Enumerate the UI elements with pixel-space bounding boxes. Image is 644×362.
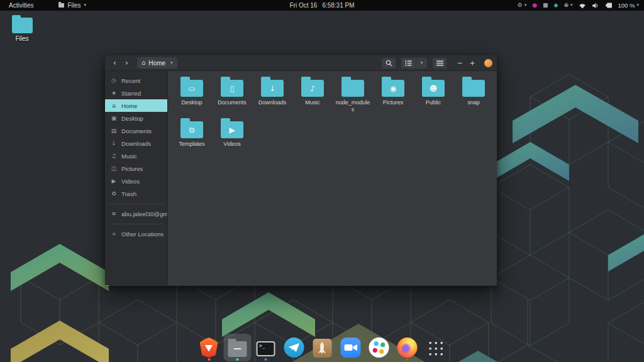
dock	[195, 334, 450, 361]
folder-icon: ◉	[382, 80, 404, 97]
forward-button[interactable]: ›	[121, 59, 132, 67]
dock-item-files[interactable]	[223, 334, 251, 361]
sidebar-item-recent[interactable]: ◷ Recent	[105, 74, 167, 87]
zoom-icon	[340, 337, 360, 358]
minimize-button[interactable]: −	[454, 60, 465, 67]
system-indicator-gear[interactable]: ⚙ ▾	[518, 3, 527, 8]
folder-pictures[interactable]: ◉ Pictures	[373, 76, 413, 118]
dock-item-app-grid[interactable]	[421, 334, 449, 361]
app-menu-button[interactable]: Files ▾	[58, 2, 86, 9]
places-sidebar: ◷ Recent ★ Starred ⌂ Home ▣ Desktop ▤ Do…	[105, 71, 168, 285]
folder-desktop[interactable]: ▭ Desktop	[172, 76, 212, 118]
chevron-down-icon: ▾	[525, 3, 527, 8]
desktop-icon-files[interactable]: Files	[8, 14, 36, 42]
sidebar-item-videos[interactable]: ▶ Videos	[105, 175, 167, 187]
ulauncher-icon	[313, 339, 331, 358]
top-bar: Activities Files ▾ Fri Oct 16 6:58:31 PM…	[0, 0, 644, 11]
camera-emblem-icon: ◉	[382, 80, 404, 97]
chevron-down-icon: ▾	[170, 61, 173, 65]
running-indicator-dot	[208, 358, 210, 361]
sidebar-item-home[interactable]: ⌂ Home	[105, 99, 167, 112]
brave-icon	[200, 337, 218, 358]
folder-templates[interactable]: ⧉ Templates	[172, 118, 212, 159]
desktop-icon-label: Files	[8, 35, 36, 42]
folder-public[interactable]: ☻ Public	[413, 76, 453, 118]
file-grid[interactable]: ▭ Desktop ▯ Documents ↓ Downloads ♪ Musi…	[168, 71, 497, 285]
search-icon	[386, 60, 392, 67]
system-tray: ⚙ ▾ ● ■ ◆ ⊕ ▾ 100 % ▾	[518, 2, 639, 9]
clock-time: 6:58:31 PM	[322, 2, 354, 9]
clock-date: Fri Oct 16	[289, 2, 317, 9]
files-window: ‹ › ⌂ Home ▾ ▾	[105, 55, 497, 286]
folder-icon	[12, 18, 33, 33]
maximize-button[interactable]: +	[467, 60, 478, 67]
home-icon: ⌂	[142, 60, 145, 66]
view-options-dropdown[interactable]: ▾	[416, 58, 427, 69]
sidebar-item-documents[interactable]: ▤ Documents	[105, 124, 167, 137]
folder-icon: ↓	[261, 80, 284, 97]
firefox-icon	[397, 337, 417, 358]
view-mode-button[interactable]	[401, 58, 416, 69]
running-indicator-dot	[406, 358, 408, 361]
folder-icon: ▭	[180, 80, 203, 97]
sidebar-item-desktop[interactable]: ▣ Desktop	[105, 112, 167, 124]
app-indicator-magenta[interactable]: ●	[532, 3, 537, 8]
folder-node-modules[interactable]: node_modules	[333, 76, 373, 118]
video-camera-emblem-icon: ▶	[221, 121, 243, 138]
dock-item-telegram[interactable]	[280, 334, 308, 361]
folder-icon	[341, 80, 364, 97]
app-indicator-gray-icon: ■	[543, 3, 548, 8]
dock-item-zoom[interactable]	[336, 334, 364, 361]
app-grid-icon	[427, 339, 444, 356]
app-indicator-gray[interactable]: ■	[543, 3, 548, 8]
sidebar-item-abu-jaleel30-gm[interactable]: ≡ abu.jaleel30@gm...	[105, 207, 167, 220]
files-app-icon	[58, 3, 64, 8]
back-button[interactable]: ‹	[109, 59, 120, 67]
folder-music[interactable]: ♪ Music	[292, 76, 333, 118]
app-indicator-teal[interactable]: ◆	[554, 3, 558, 8]
accessibility-indicator-icon: ⊕	[564, 3, 569, 8]
clock-button[interactable]: Fri Oct 16 6:58:31 PM	[289, 2, 354, 9]
sidebar-item-downloads[interactable]: ↓ Downloads	[105, 137, 167, 150]
hamburger-menu-button[interactable]	[433, 58, 447, 69]
folder-icon: ☻	[422, 80, 445, 97]
running-indicator-dot	[264, 358, 267, 361]
system-status-area[interactable]: 100 % ▾	[579, 2, 639, 9]
activities-button[interactable]: Activities	[6, 2, 36, 9]
folder-documents[interactable]: ▯ Documents	[212, 76, 252, 118]
sidebar-item-music[interactable]: ♫ Music	[105, 150, 167, 162]
folder-icon	[462, 80, 485, 97]
system-indicator-gear-icon: ⚙	[518, 3, 523, 8]
folder-videos[interactable]: ▶ Videos	[212, 118, 252, 159]
sidebar-item-trash[interactable]: ♻ Trash	[105, 187, 167, 200]
folder-icon: ▯	[221, 80, 243, 97]
window-titlebar[interactable]: ‹ › ⌂ Home ▾ ▾	[105, 55, 497, 71]
sidebar-item-pictures[interactable]: ◫ Pictures	[105, 162, 167, 175]
dock-item-firefox[interactable]	[393, 334, 421, 361]
slack-icon	[369, 337, 389, 358]
close-button[interactable]	[484, 59, 492, 67]
path-bar-button[interactable]: ⌂ Home ▾	[137, 57, 177, 69]
chevron-down-icon: ▾	[421, 61, 423, 65]
dock-item-slack[interactable]	[365, 334, 392, 361]
volume-icon	[592, 3, 599, 9]
folder-icon: ▶	[221, 121, 243, 138]
download-arrow-emblem-icon: ↓	[261, 80, 284, 97]
dock-item-terminal[interactable]	[252, 334, 279, 361]
chevron-down-icon: ▾	[570, 3, 573, 8]
dock-item-brave[interactable]	[195, 334, 223, 361]
template-emblem-icon: ⧉	[180, 121, 203, 138]
chevron-down-icon: ▾	[636, 3, 639, 8]
search-button[interactable]	[382, 58, 396, 69]
person-emblem-icon: ☻	[422, 80, 445, 97]
app-menu-label: Files	[67, 2, 80, 9]
dock-item-ulauncher[interactable]	[308, 334, 336, 361]
sidebar-item-starred[interactable]: ★ Starred	[105, 87, 167, 99]
folder-snap[interactable]: snap	[453, 76, 494, 118]
accessibility-indicator[interactable]: ⊕ ▾	[564, 3, 572, 8]
document-emblem-icon: ▯	[221, 80, 243, 97]
app-indicator-magenta-icon: ●	[532, 3, 537, 8]
folder-downloads[interactable]: ↓ Downloads	[252, 76, 292, 118]
files-icon	[228, 341, 247, 357]
sidebar-item-other-locations[interactable]: + Other Locations	[105, 228, 167, 240]
